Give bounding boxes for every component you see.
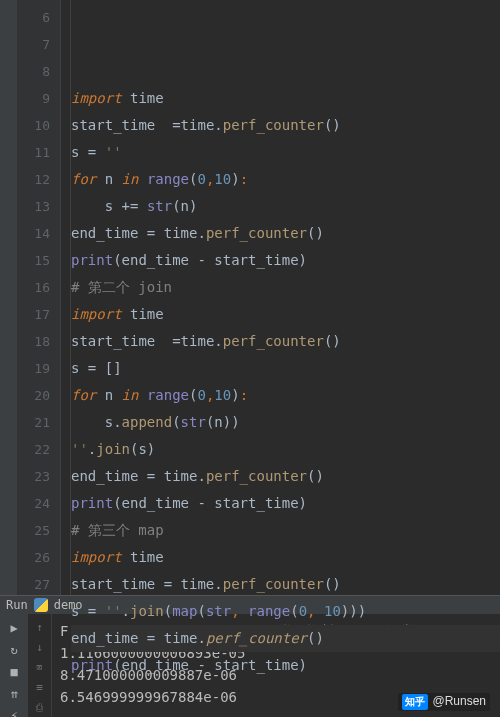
zhihu-logo: 知乎 <box>402 694 428 710</box>
run-tool-column-inner: ↑↓⌧≡⎙童 <box>28 614 52 717</box>
code-line[interactable]: print(end_time - start_time) <box>71 247 500 274</box>
run-tool-column-left: ▶↻■⇈⚡ <box>0 614 28 717</box>
line-number: 8 <box>22 58 50 85</box>
code-line[interactable]: s += str(n) <box>71 193 500 220</box>
code-content[interactable]: import timestart_time =time.perf_counter… <box>60 0 500 595</box>
tool-button[interactable]: ⇈ <box>4 684 24 704</box>
code-line[interactable]: start_time =time.perf_counter() <box>71 328 500 355</box>
line-number: 7 <box>22 31 50 58</box>
line-number: 14 <box>22 220 50 247</box>
indent-guide <box>70 0 71 595</box>
line-number: 13 <box>22 193 50 220</box>
watermark-author: @Runsen <box>432 694 486 708</box>
code-line[interactable]: s.append(str(n)) <box>71 409 500 436</box>
code-line[interactable]: start_time =time.perf_counter() <box>71 112 500 139</box>
code-line[interactable]: end_time = time.perf_counter() <box>71 625 500 652</box>
line-number: 26 <box>22 544 50 571</box>
line-number: 17 <box>22 301 50 328</box>
line-number: 15 <box>22 247 50 274</box>
code-line[interactable]: s = '' <box>71 139 500 166</box>
code-line[interactable]: for n in range(0,10): <box>71 382 500 409</box>
left-tool-strip <box>0 0 18 595</box>
code-line[interactable]: end_time = time.perf_counter() <box>71 220 500 247</box>
code-line[interactable]: # 第三个 map <box>71 517 500 544</box>
code-line[interactable]: s = [] <box>71 355 500 382</box>
code-line[interactable]: import time <box>71 85 500 112</box>
line-number: 18 <box>22 328 50 355</box>
code-line[interactable]: import time <box>71 544 500 571</box>
code-line[interactable]: print(end_time - start_time) <box>71 652 500 679</box>
line-number: 23 <box>22 463 50 490</box>
line-number: 16 <box>22 274 50 301</box>
stop-button[interactable]: ■ <box>4 662 24 682</box>
code-line[interactable]: ''.join(s) <box>71 436 500 463</box>
rerun-button[interactable]: ↻ <box>4 640 24 660</box>
code-line[interactable]: # 第二个 join <box>71 274 500 301</box>
tool-button[interactable]: ⚡ <box>4 706 24 717</box>
run-button[interactable]: ▶ <box>4 618 24 638</box>
code-line[interactable]: import time <box>71 301 500 328</box>
console-tool-button[interactable]: ↑ <box>31 618 49 636</box>
console-tool-button[interactable]: ↓ <box>31 638 49 656</box>
line-number: 10 <box>22 112 50 139</box>
console-tool-button[interactable]: ⌧ <box>31 658 49 676</box>
code-line[interactable]: print(end_time - start_time) <box>71 490 500 517</box>
python-icon <box>34 598 48 612</box>
line-number: 6 <box>22 4 50 31</box>
line-number: 24 <box>22 490 50 517</box>
line-number: 9 <box>22 85 50 112</box>
code-line[interactable]: for n in range(0,10): <box>71 166 500 193</box>
console-tool-button[interactable]: ⎙ <box>31 698 49 716</box>
line-number: 25 <box>22 517 50 544</box>
code-editor[interactable]: 6789101112131415161718192021222324252627… <box>0 0 500 595</box>
line-number: 19 <box>22 355 50 382</box>
line-number: 11 <box>22 139 50 166</box>
code-line[interactable]: start_time = time.perf_counter() <box>71 571 500 598</box>
watermark: 知乎@Runsen <box>398 693 490 711</box>
code-line[interactable]: s = ''.join(map(str, range(0, 10))) <box>71 598 500 625</box>
code-line[interactable]: end_time = time.perf_counter() <box>71 463 500 490</box>
line-number: 12 <box>22 166 50 193</box>
line-number: 22 <box>22 436 50 463</box>
line-number: 21 <box>22 409 50 436</box>
console-tool-button[interactable]: ≡ <box>31 678 49 696</box>
run-tab-label[interactable]: Run <box>6 598 28 612</box>
line-number: 27 <box>22 571 50 598</box>
line-number: 20 <box>22 382 50 409</box>
line-number-gutter: 6789101112131415161718192021222324252627 <box>18 0 60 595</box>
